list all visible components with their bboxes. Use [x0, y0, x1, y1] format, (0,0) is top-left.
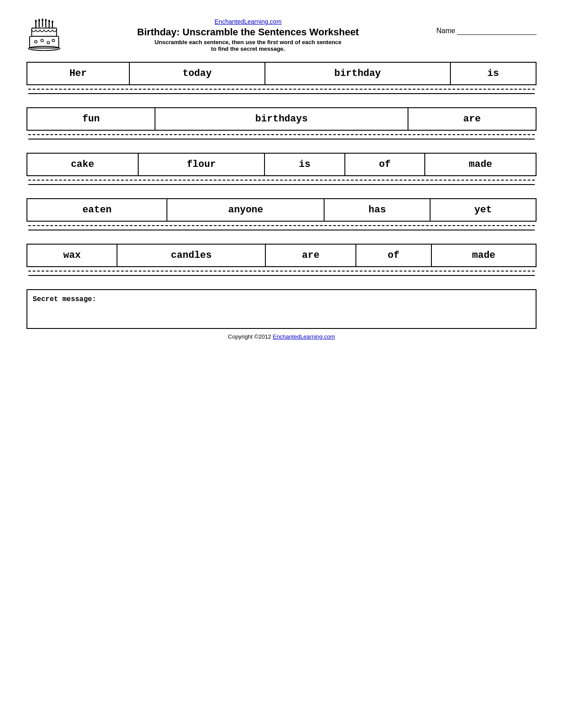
header-subtitle-2: to find the secret message.	[68, 45, 427, 52]
page-header: EnchantedLearning.com Birthday: Unscramb…	[26, 18, 537, 53]
word-table-1: Her today birthday is	[26, 62, 537, 85]
word-3-5: made	[425, 153, 536, 176]
word-1-2: today	[129, 62, 265, 85]
word-5-4: of	[356, 244, 431, 267]
word-4-3: has	[324, 199, 430, 221]
svg-rect-12	[32, 28, 57, 37]
svg-point-6	[35, 20, 37, 23]
solid-line-5	[28, 275, 535, 276]
word-4-4: yet	[430, 199, 536, 221]
sentence-2: fun birthdays are	[26, 107, 537, 140]
sentence-4: eaten anyone has yet	[26, 198, 537, 230]
page-title: Birthday: Unscramble the Sentences Works…	[68, 26, 427, 38]
name-input-line[interactable]	[457, 26, 537, 35]
answer-area-3	[26, 180, 537, 185]
word-table-4: eaten anyone has yet	[26, 198, 537, 222]
answer-area-4	[26, 225, 537, 230]
name-label: Name	[436, 27, 455, 35]
dotted-line-2	[28, 134, 535, 135]
word-2-1: fun	[27, 108, 155, 130]
svg-point-8	[42, 19, 43, 21]
name-field: Name	[436, 18, 537, 35]
word-1-1: Her	[27, 62, 129, 85]
svg-point-10	[48, 20, 50, 23]
word-4-1: eaten	[27, 199, 167, 221]
solid-line-3	[28, 184, 535, 185]
copyright-year: ©2012	[254, 333, 272, 340]
sentence-1: Her today birthday is	[26, 62, 537, 94]
sentence-5: wax candles are of made	[26, 244, 537, 276]
word-3-3: is	[264, 153, 345, 176]
site-link[interactable]: EnchantedLearning.com	[68, 18, 427, 26]
dotted-line-4	[28, 225, 535, 226]
word-3-4: of	[345, 153, 425, 176]
word-table-2: fun birthdays are	[26, 107, 537, 131]
answer-area-2	[26, 134, 537, 140]
dotted-line-5	[28, 271, 535, 272]
footer-site-link[interactable]: EnchantedLearning.com	[273, 333, 335, 340]
word-5-1: wax	[27, 244, 117, 267]
word-2-2: birthdays	[155, 108, 408, 130]
word-table-3: cake flour is of made	[26, 153, 537, 176]
solid-line-2	[28, 139, 535, 140]
sentence-3: cake flour is of made	[26, 153, 537, 185]
word-5-2: candles	[117, 244, 265, 267]
word-4-2: anyone	[167, 199, 324, 221]
page-footer: Copyright ©2012 EnchantedLearning.com	[26, 333, 537, 340]
dotted-line-1	[28, 89, 535, 90]
secret-message-box[interactable]: Secret message:	[26, 289, 537, 329]
word-5-3: are	[265, 244, 355, 267]
cake-icon	[26, 18, 62, 53]
svg-point-9	[45, 19, 47, 22]
solid-line-1	[28, 93, 535, 94]
dotted-line-3	[28, 180, 535, 181]
svg-point-7	[38, 19, 40, 22]
svg-point-11	[52, 21, 53, 23]
secret-message-label: Secret message:	[33, 295, 96, 303]
answer-area-5	[26, 271, 537, 276]
word-3-2: flour	[138, 153, 265, 176]
header-text-block: EnchantedLearning.com Birthday: Unscramb…	[68, 18, 427, 52]
header-subtitle-1: Unscramble each sentence, then use the f…	[68, 39, 427, 45]
word-2-3: are	[408, 108, 536, 130]
word-3-1: cake	[27, 153, 138, 176]
word-table-5: wax candles are of made	[26, 244, 537, 267]
copyright-text: Copyright	[228, 333, 253, 340]
word-1-4: is	[450, 62, 536, 85]
answer-area-1	[26, 89, 537, 94]
word-1-3: birthday	[265, 62, 450, 85]
word-5-5: made	[431, 244, 536, 267]
solid-line-4	[28, 230, 535, 230]
